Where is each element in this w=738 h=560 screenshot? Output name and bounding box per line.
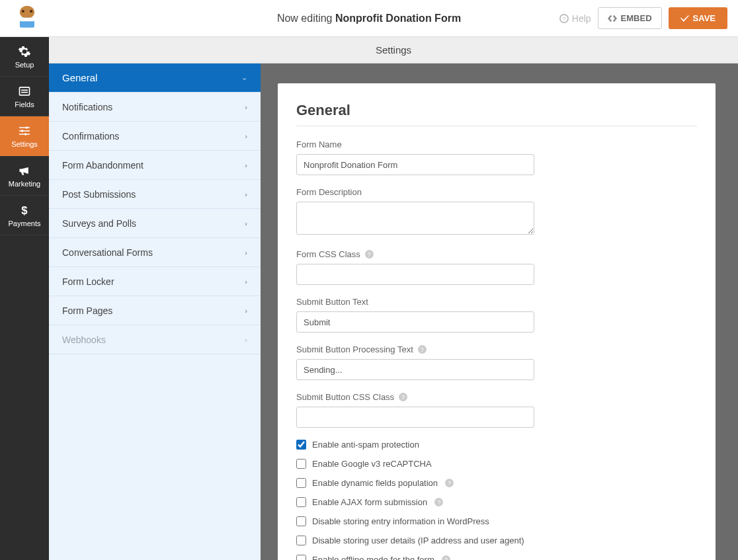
subnav-label: General — [62, 72, 97, 83]
gear-icon — [18, 45, 31, 58]
submit-text-label: Submit Button Text — [296, 297, 697, 307]
embed-button[interactable]: EMBED — [598, 7, 662, 29]
sliders-icon — [18, 124, 31, 138]
subnav-item-surveys-and-polls[interactable]: Surveys and Polls› — [49, 209, 261, 238]
check-label: Enable AJAX form submission — [312, 497, 427, 507]
help-icon[interactable]: ? — [399, 393, 407, 401]
help-icon[interactable]: ? — [445, 479, 454, 487]
help-icon[interactable]: ? — [434, 498, 443, 506]
rail-fields[interactable]: Fields — [0, 77, 49, 116]
checkbox[interactable] — [296, 497, 306, 507]
subnav-label: Webhooks — [62, 335, 106, 345]
checkbox[interactable] — [296, 516, 306, 526]
chevron-right-icon: › — [245, 249, 247, 257]
svg-text:?: ? — [562, 15, 565, 22]
check-label: Enable Google v3 reCAPTCHA — [312, 459, 432, 469]
subnav-item-form-pages[interactable]: Form Pages› — [49, 296, 261, 325]
rail-marketing[interactable]: Marketing — [0, 156, 49, 196]
check-row: Enable AJAX form submission? — [296, 497, 697, 507]
subnav-item-form-abandonment[interactable]: Form Abandonment› — [49, 151, 261, 180]
subnav-item-confirmations[interactable]: Confirmations› — [49, 122, 261, 151]
check-label: Disable storing user details (IP address… — [312, 536, 524, 545]
form-desc-label: Form Description — [296, 187, 697, 197]
check-label: Enable anti-spam protection — [312, 440, 419, 450]
checkbox[interactable] — [296, 440, 306, 450]
submit-css-input[interactable] — [296, 407, 534, 428]
check-icon — [680, 15, 689, 22]
svg-point-4 — [30, 9, 32, 12]
tab-title: Settings — [49, 37, 738, 63]
check-row: Enable anti-spam protection — [296, 440, 697, 450]
chevron-right-icon: › — [245, 103, 247, 111]
check-row: Enable dynamic fields population? — [296, 478, 697, 488]
topbar: Now editing Nonprofit Donation Form ? He… — [0, 0, 738, 37]
svg-rect-7 — [20, 87, 30, 95]
check-row: Enable Google v3 reCAPTCHA — [296, 459, 697, 469]
form-name-label: Form Name — [296, 140, 697, 149]
svg-point-12 — [24, 133, 26, 135]
rail-settings[interactable]: Settings — [0, 116, 49, 156]
subnav-label: Form Abandonment — [62, 160, 144, 171]
chevron-right-icon: › — [245, 336, 247, 344]
chevron-down-icon: ⌄ — [241, 73, 247, 82]
submit-css-label: Submit Button CSS Class? — [296, 392, 697, 402]
dollar-icon: $ — [18, 204, 31, 217]
help-link[interactable]: ? Help — [559, 13, 591, 24]
chevron-right-icon: › — [245, 161, 247, 169]
chevron-right-icon: › — [245, 220, 247, 227]
subnav-label: Confirmations — [62, 131, 119, 141]
subnav-item-general[interactable]: General⌄ — [49, 63, 261, 93]
css-class-label: Form CSS Class? — [296, 249, 697, 259]
svg-text:$: $ — [21, 204, 28, 216]
subnav-item-form-locker[interactable]: Form Locker› — [49, 267, 261, 296]
icon-rail: Setup Fields Settings Marketing $ Paymen… — [0, 37, 49, 560]
css-class-input[interactable] — [296, 264, 534, 285]
subnav-item-notifications[interactable]: Notifications› — [49, 93, 261, 122]
subnav-item-conversational-forms[interactable]: Conversational Forms› — [49, 238, 261, 267]
check-row: Disable storing user details (IP address… — [296, 536, 697, 545]
submit-proc-label: Submit Button Processing Text? — [296, 344, 697, 354]
megaphone-icon — [18, 164, 31, 177]
submit-proc-input[interactable] — [296, 359, 534, 380]
subnav-label: Notifications — [62, 102, 112, 112]
checkbox[interactable] — [296, 536, 306, 545]
help-icon[interactable]: ? — [418, 345, 427, 354]
chevron-right-icon: › — [245, 132, 247, 140]
code-icon — [608, 15, 617, 22]
check-row: Disable storing entry information in Wor… — [296, 516, 697, 526]
subnav-label: Form Pages — [62, 305, 112, 316]
check-label: Enable dynamic fields population — [312, 478, 438, 488]
subnav-label: Surveys and Polls — [62, 218, 136, 229]
rail-payments[interactable]: $ Payments — [0, 196, 49, 235]
submit-text-input[interactable] — [296, 311, 534, 333]
form-name-input[interactable] — [296, 154, 534, 175]
svg-point-11 — [21, 130, 23, 132]
form-icon — [18, 85, 31, 98]
svg-rect-2 — [20, 17, 34, 21]
help-icon[interactable]: ? — [442, 555, 450, 560]
checkbox[interactable] — [296, 555, 306, 560]
subnav-label: Form Locker — [62, 276, 114, 287]
panel-heading: General — [296, 102, 697, 119]
settings-subnav: General⌄Notifications›Confirmations›Form… — [49, 63, 261, 560]
chevron-right-icon: › — [245, 307, 247, 315]
checkbox[interactable] — [296, 478, 306, 488]
app-logo — [11, 2, 44, 35]
check-label: Disable storing entry information in Wor… — [312, 516, 489, 526]
rail-setup[interactable]: Setup — [0, 37, 49, 77]
chevron-right-icon: › — [245, 278, 247, 286]
checkbox[interactable] — [296, 459, 306, 469]
svg-point-10 — [26, 126, 28, 128]
chevron-right-icon: › — [245, 190, 247, 198]
general-panel: General Form Name Form Description Form … — [278, 83, 716, 560]
svg-point-3 — [22, 9, 24, 12]
subnav-item-webhooks[interactable]: Webhooks› — [49, 325, 261, 354]
save-button[interactable]: SAVE — [669, 7, 727, 29]
check-row: Enable offline mode for the form? — [296, 555, 697, 560]
help-icon[interactable]: ? — [365, 250, 374, 259]
subnav-label: Post Submissions — [62, 189, 136, 200]
subnav-item-post-submissions[interactable]: Post Submissions› — [49, 180, 261, 209]
subnav-label: Conversational Forms — [62, 247, 153, 258]
check-label: Enable offline mode for the form — [312, 555, 434, 560]
form-desc-input[interactable] — [296, 202, 534, 235]
